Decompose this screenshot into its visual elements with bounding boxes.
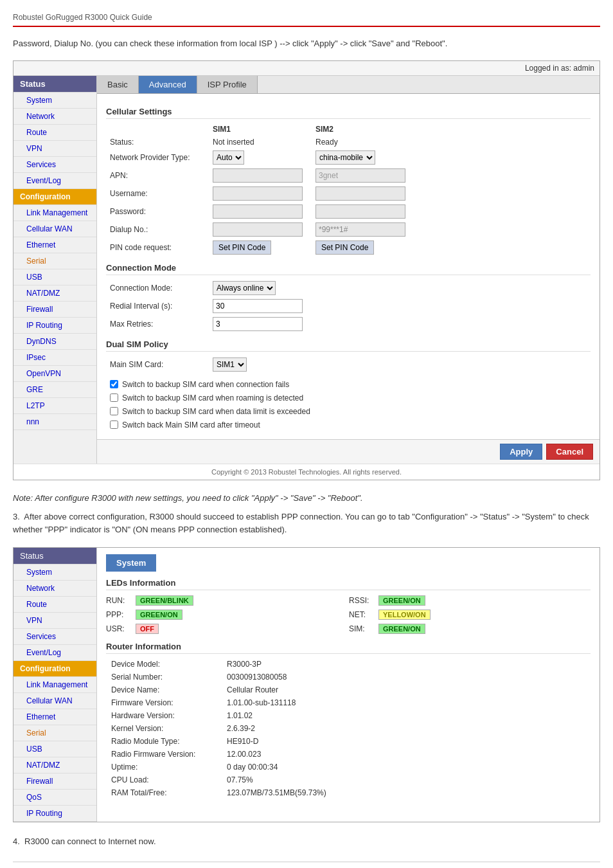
sidebar-item-services[interactable]: Services	[13, 157, 96, 173]
sim2-apn-input[interactable]	[315, 168, 405, 183]
logged-in-text: Logged in as: admin	[525, 64, 594, 73]
sidebar-item-network[interactable]: Network	[13, 109, 96, 125]
page-header: Robustel GoRugged R3000 Quick Guide	[13, 13, 600, 27]
sim2-username-input[interactable]	[315, 186, 405, 201]
system-tab-item[interactable]: System	[106, 554, 156, 572]
led-sim: SIM: GREEN/ON	[349, 622, 591, 635]
sim1-status: Not inserted	[209, 136, 312, 149]
checkbox-switch-connection-fails[interactable]: Switch to backup SIM card when connectio…	[106, 379, 591, 390]
info-row-serial: Serial Number: 00300913080058	[106, 671, 591, 683]
sidebar-item-route[interactable]: Route	[13, 125, 96, 141]
step4-number: 4.	[13, 836, 20, 846]
sidebar-item-usb[interactable]: USB	[13, 269, 96, 285]
step4-content: R3000 can connect to Internet now.	[24, 836, 156, 846]
sidebar-item-eventlog[interactable]: Event/Log	[13, 173, 96, 189]
sidebar-item-l2tp[interactable]: L2TP	[13, 398, 96, 414]
sidebar-item-firewall[interactable]: Firewall	[13, 302, 96, 318]
apply-button[interactable]: Apply	[500, 444, 542, 460]
led-sim-badge: GREEN/ON	[378, 624, 425, 634]
sim2-status: Ready	[312, 136, 591, 149]
led-net: NET: YELLOW/ON	[349, 608, 591, 621]
tab-advanced[interactable]: Advanced	[139, 76, 197, 93]
sim1-apn-input[interactable]	[213, 168, 303, 183]
sys-sidebar-services[interactable]: Services	[13, 629, 96, 645]
sys-sidebar-natdmz[interactable]: NAT/DMZ	[13, 757, 96, 773]
info-row-device-name: Device Name: Cellular Router	[106, 683, 591, 696]
sys-sidebar-iprouting[interactable]: IP Routing	[13, 806, 96, 822]
info-row-kernel: Kernel Version: 2.6.39-2	[106, 722, 591, 735]
sidebar-item-ipsec[interactable]: IPsec	[13, 350, 96, 366]
sys-sidebar-route[interactable]: Route	[13, 597, 96, 613]
sim2-password-input[interactable]	[315, 204, 405, 219]
sidebar-item-system[interactable]: System	[13, 93, 96, 109]
sim1-password-input[interactable]	[213, 204, 303, 219]
sim1-username-input[interactable]	[213, 186, 303, 201]
sidebar-item-serial[interactable]: Serial	[13, 253, 96, 269]
sys-sidebar-firewall[interactable]: Firewall	[13, 773, 96, 790]
cellular-settings-title: Cellular Settings	[106, 107, 591, 119]
intro-text: Password, Dialup No. (you can check thes…	[13, 37, 600, 50]
sim1-pin-button[interactable]: Set PIN Code	[213, 240, 271, 255]
sidebar-item-configuration[interactable]: Configuration	[13, 189, 96, 205]
sidebar-item-linkmanagement[interactable]: Link Management	[13, 205, 96, 221]
checkbox-switch-back-main[interactable]: Switch back Main SIM card after timeout	[106, 419, 591, 431]
main-sim-select[interactable]: SIM1	[213, 357, 247, 372]
sidebar-item-natdmz[interactable]: NAT/DMZ	[13, 285, 96, 302]
sys-sidebar-linkmanagement[interactable]: Link Management	[13, 677, 96, 693]
led-run: RUN: GREEN/BLINK	[106, 594, 348, 607]
cellular-settings-section: Cellular Settings SIM1 SIM2 Status: Not …	[106, 107, 591, 257]
sim2-dialup-input[interactable]	[315, 222, 405, 237]
sys-sidebar-usb[interactable]: USB	[13, 741, 96, 757]
max-retries-input[interactable]	[213, 317, 303, 331]
led-net-badge: YELLOW/ON	[378, 610, 431, 620]
sidebar-item-nnn[interactable]: nnn	[13, 414, 96, 430]
sidebar-item-ethernet[interactable]: Ethernet	[13, 237, 96, 253]
tab-isp-profile[interactable]: ISP Profile	[197, 76, 258, 93]
tab-basic[interactable]: Basic	[97, 76, 139, 93]
sys-sidebar-vpn[interactable]: VPN	[13, 613, 96, 629]
connection-mode-select[interactable]: Always online	[213, 281, 276, 295]
sys-sidebar-qos[interactable]: QoS	[13, 790, 96, 806]
sidebar-item-cellularwan[interactable]: Cellular WAN	[13, 221, 96, 237]
sys-sidebar-status[interactable]: Status	[13, 548, 96, 565]
connection-mode-section: Connection Mode Connection Mode: Always …	[106, 263, 591, 333]
sim2-provider-select[interactable]: china-mobile	[315, 150, 375, 165]
sim1-provider-select[interactable]: Auto	[213, 150, 244, 165]
panel-main: Basic Advanced ISP Profile Cellular Sett…	[97, 76, 600, 464]
header-title: Robustel GoRugged R3000 Quick Guide	[13, 13, 152, 22]
connection-mode-title: Connection Mode	[106, 263, 591, 275]
sidebar-item-openvpn[interactable]: OpenVPN	[13, 366, 96, 382]
sim1-dialup-input[interactable]	[213, 222, 303, 237]
system-panel: Status System Network Route VPN Services…	[13, 547, 600, 822]
sidebar-item-gre[interactable]: GRE	[13, 382, 96, 398]
led-section: LEDs Information RUN: GREEN/BLINK RSSI: …	[106, 578, 591, 635]
checkbox-switch-data-limit[interactable]: Switch to backup SIM card when data limi…	[106, 406, 591, 417]
sys-sidebar: Status System Network Route VPN Services…	[13, 548, 97, 822]
sys-sidebar-configuration[interactable]: Configuration	[13, 661, 96, 677]
redial-interval-input[interactable]	[213, 299, 303, 313]
sim2-pin-button[interactable]: Set PIN Code	[315, 240, 374, 255]
cancel-button[interactable]: Cancel	[546, 444, 593, 460]
sidebar-item-status[interactable]: Status	[13, 76, 96, 93]
led-usr-badge: OFF	[136, 624, 159, 634]
sys-sidebar-ethernet[interactable]: Ethernet	[13, 709, 96, 725]
sys-sidebar-serial[interactable]: Serial	[13, 725, 96, 741]
checkbox-switch-roaming[interactable]: Switch to backup SIM card when roaming i…	[106, 392, 591, 404]
sidebar-item-dyndns[interactable]: DynDNS	[13, 334, 96, 350]
top-bar: Logged in as: admin	[13, 61, 600, 76]
tab-bar: Basic Advanced ISP Profile	[97, 76, 600, 94]
router-info-section: Router Information Device Model: R3000-3…	[106, 642, 591, 799]
sidebar-item-iprouting[interactable]: IP Routing	[13, 318, 96, 334]
info-row-ram: RAM Total/Free: 123.07MB/73.51MB(59.73%)	[106, 786, 591, 799]
status-label: Status:	[106, 136, 209, 149]
sys-sidebar-network[interactable]: Network	[13, 581, 96, 597]
led-ppp-badge: GREEN/ON	[136, 610, 182, 620]
cellular-panel: Logged in as: admin Status System Networ…	[13, 60, 600, 480]
step3-content: After above correct configuration, R3000…	[13, 512, 589, 535]
sidebar-item-vpn[interactable]: VPN	[13, 141, 96, 157]
sys-sidebar-cellularwan[interactable]: Cellular WAN	[13, 693, 96, 709]
copyright-text: Copyright © 2013 Robustel Technologies. …	[13, 464, 600, 480]
sys-sidebar-system[interactable]: System	[13, 565, 96, 581]
note-text: Note: After configure R3000 with new set…	[13, 493, 600, 503]
sys-sidebar-eventlog[interactable]: Event/Log	[13, 645, 96, 661]
